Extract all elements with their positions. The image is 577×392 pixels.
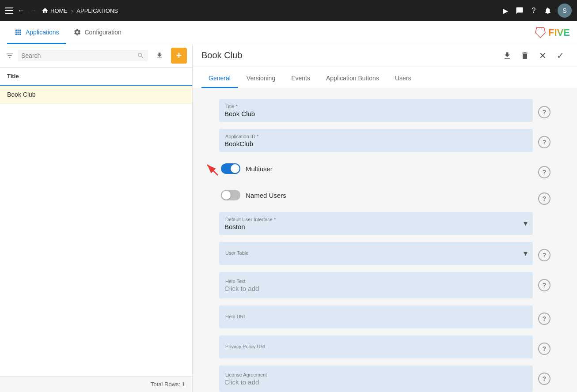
- tab-versioning[interactable]: Versioning: [239, 69, 282, 88]
- multiuser-help-icon[interactable]: ?: [538, 166, 550, 178]
- tab-configuration[interactable]: Configuration: [66, 22, 129, 44]
- import-button[interactable]: [152, 48, 167, 64]
- panel-actions: ✕ ✓: [499, 48, 568, 64]
- tab-users[interactable]: Users: [388, 69, 418, 88]
- help-url-input-wrapper[interactable]: Help URL: [219, 305, 533, 328]
- download-button[interactable]: [499, 48, 515, 64]
- filter-icon[interactable]: [5, 51, 14, 60]
- close-button[interactable]: ✕: [535, 48, 550, 64]
- multiuser-toggle[interactable]: [221, 163, 240, 174]
- app-id-help-icon[interactable]: ?: [538, 136, 550, 148]
- play-icon[interactable]: ▶: [501, 6, 510, 15]
- title-row: Title * Book Club ?: [219, 99, 550, 122]
- five-logo-text: FIVE: [548, 27, 570, 38]
- named-users-row: Named Users ?: [219, 185, 550, 205]
- user-table-row: User Table ▾ ?: [219, 242, 550, 265]
- help-text-input-wrapper[interactable]: Help Text Click to add: [219, 272, 533, 298]
- help-url-row: Help URL ?: [219, 305, 550, 328]
- privacy-policy-row: Privacy Policy URL ?: [219, 335, 550, 358]
- app-id-field: Application ID * BookClub: [219, 129, 533, 152]
- five-logo: FIVE: [534, 26, 570, 39]
- named-users-toggle-knob: [222, 191, 231, 200]
- chat-icon[interactable]: [515, 6, 524, 15]
- nav-left: ← → HOME › APPLICATIONS: [5, 6, 118, 15]
- help-url-help-icon[interactable]: ?: [538, 313, 550, 325]
- tab-general[interactable]: General: [201, 69, 238, 88]
- list-item[interactable]: Book Club: [0, 86, 192, 104]
- help-url-label: Help URL: [224, 314, 528, 319]
- tab-events[interactable]: Events: [284, 69, 317, 88]
- notifications-icon[interactable]: [543, 6, 552, 15]
- default-ui-row: Default User Interface * Boston ▾: [219, 212, 550, 235]
- confirm-button[interactable]: ✓: [552, 48, 568, 64]
- multiuser-row: Multiuser ?: [219, 159, 550, 178]
- license-agreement-field: License Agreement Click to add: [219, 366, 533, 392]
- sidebar-list: Book Club: [0, 86, 192, 376]
- form-area: Title * Book Club ? Application ID * Boo…: [193, 88, 577, 392]
- title-help-icon[interactable]: ?: [538, 106, 550, 118]
- delete-button[interactable]: [517, 48, 533, 64]
- svg-marker-1: [535, 27, 545, 37]
- user-table-field: User Table ▾: [219, 242, 533, 265]
- main-content: + Title Book Club Total Rows: 1 Book Clu…: [0, 44, 577, 392]
- forward-button[interactable]: →: [29, 6, 38, 15]
- license-agreement-placeholder: Click to add: [224, 378, 528, 386]
- help-icon[interactable]: ?: [529, 6, 538, 15]
- privacy-policy-input-wrapper[interactable]: Privacy Policy URL: [219, 335, 533, 358]
- default-ui-field: Default User Interface * Boston ▾: [219, 212, 533, 235]
- privacy-policy-label: Privacy Policy URL: [224, 344, 528, 349]
- list-item-label: Book Club: [7, 91, 36, 98]
- right-panel: Book Club ✕ ✓ General Versioning Even: [193, 44, 577, 392]
- user-table-help-icon[interactable]: ?: [538, 249, 550, 261]
- multiuser-label: Multiuser: [246, 165, 273, 173]
- title-value: Book Club: [224, 110, 528, 117]
- named-users-toggle[interactable]: [221, 190, 240, 200]
- tab-configuration-label: Configuration: [85, 29, 121, 36]
- breadcrumb: HOME › APPLICATIONS: [42, 7, 118, 14]
- avatar[interactable]: S: [558, 4, 572, 18]
- help-text-field: Help Text Click to add: [219, 272, 533, 298]
- user-table-arrow-icon: ▾: [524, 249, 528, 258]
- tab-app-buttons-label: Application Buttons: [326, 75, 379, 82]
- multiuser-toggle-knob: [231, 164, 239, 173]
- tab-applications[interactable]: Applications: [7, 22, 66, 44]
- add-button[interactable]: +: [171, 48, 187, 64]
- privacy-policy-field: Privacy Policy URL: [219, 335, 533, 358]
- home-icon[interactable]: HOME: [42, 7, 68, 14]
- back-button[interactable]: ←: [17, 6, 26, 15]
- panel-header: Book Club ✕ ✓: [193, 44, 577, 67]
- user-table-dropdown[interactable]: User Table ▾: [219, 242, 533, 265]
- help-text-row: Help Text Click to add ?: [219, 272, 550, 298]
- search-box: [18, 50, 148, 61]
- default-ui-dropdown[interactable]: Default User Interface * Boston ▾: [219, 212, 533, 235]
- user-table-label: User Table: [224, 250, 248, 256]
- app-id-input-wrapper[interactable]: Application ID * BookClub: [219, 129, 533, 152]
- tab-applications-label: Applications: [26, 29, 59, 36]
- named-users-help-icon[interactable]: ?: [538, 192, 550, 205]
- red-arrow-annotation: [201, 158, 219, 176]
- home-label: HOME: [50, 8, 68, 14]
- svg-marker-0: [535, 27, 545, 37]
- inner-tabs: General Versioning Events Application Bu…: [193, 67, 577, 88]
- hamburger-menu[interactable]: [5, 8, 13, 14]
- title-input-wrapper[interactable]: Title * Book Club: [219, 99, 533, 122]
- help-text-placeholder: Click to add: [224, 285, 528, 292]
- search-input[interactable]: [21, 52, 135, 59]
- sidebar-title-header: Title: [7, 73, 19, 79]
- default-ui-label: Default User Interface *: [224, 217, 276, 222]
- help-text-help-icon[interactable]: ?: [538, 279, 550, 291]
- sidebar-footer: Total Rows: 1: [0, 376, 192, 392]
- title-label: Title *: [224, 104, 528, 109]
- license-agreement-help-icon[interactable]: ?: [538, 373, 550, 385]
- help-text-label: Help Text: [224, 279, 528, 284]
- app-id-value: BookClub: [224, 140, 528, 147]
- privacy-policy-help-icon[interactable]: ?: [538, 343, 550, 355]
- default-ui-spacer: [538, 219, 550, 231]
- default-ui-arrow-icon: ▾: [524, 219, 528, 228]
- license-agreement-row: License Agreement Click to add ?: [219, 366, 550, 392]
- search-icon: [137, 52, 144, 60]
- help-url-field: Help URL: [219, 305, 533, 328]
- license-agreement-input-wrapper[interactable]: License Agreement Click to add: [219, 366, 533, 392]
- tab-application-buttons[interactable]: Application Buttons: [319, 69, 386, 88]
- breadcrumb-separator: ›: [71, 8, 73, 14]
